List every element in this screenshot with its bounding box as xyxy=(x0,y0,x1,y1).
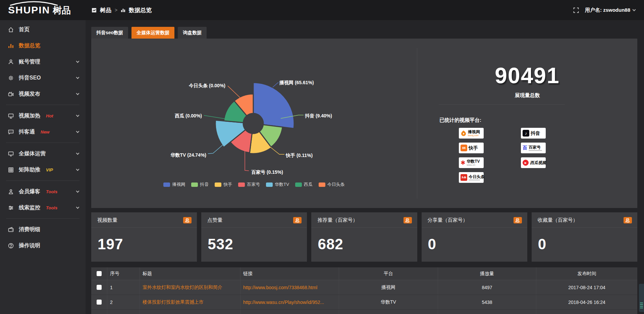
sidebar-item-lead-monitor[interactable]: 线索监控 Tools xyxy=(0,201,86,214)
sidebar-item-video-publish[interactable]: 视频发布 xyxy=(0,87,86,101)
user-menu[interactable]: 用户名: zswodun88 xyxy=(585,7,635,13)
legend-item[interactable]: 华数TV xyxy=(266,181,289,188)
tab-omnimedia-data[interactable]: 全媒体运营数据 xyxy=(131,27,174,39)
pie-label: 百家号 (0.15%) xyxy=(251,169,283,175)
sidebar-item-spend-detail[interactable]: 消费明细 xyxy=(0,223,86,236)
pie-label: 华数TV (24.74%) xyxy=(170,152,206,158)
breadcrumb: 树品 > 数据总览 xyxy=(86,6,152,14)
card-favorites: 收藏量（百家号） 总 0 xyxy=(532,212,637,262)
row-checkbox[interactable] xyxy=(97,285,102,290)
card-video-count: 视频数量 总 197 xyxy=(91,212,197,262)
sidebar-item-douyin-seo[interactable]: 抖音SEO xyxy=(0,71,86,85)
pie-label-line xyxy=(204,115,227,119)
chevron-down-icon xyxy=(76,167,79,171)
pie-label-line xyxy=(228,86,242,100)
pie-label-line xyxy=(245,150,249,171)
legend-item[interactable]: 快手 xyxy=(215,181,232,188)
breadcrumb-separator: > xyxy=(115,7,117,13)
sidebar-item-douketong[interactable]: 抖客通 New xyxy=(0,125,86,139)
card-value: 0 xyxy=(532,228,637,253)
sidebar-item-label: 首页 xyxy=(19,26,30,33)
cell-plays: 5438 xyxy=(438,295,536,309)
cell-index: 2 xyxy=(107,295,140,309)
sidebar-item-label: 抖客通 xyxy=(19,128,35,136)
floating-contact-widget[interactable] xyxy=(639,284,644,312)
platform-name: 西瓜视频 xyxy=(530,161,546,165)
fullscreen-icon[interactable] xyxy=(573,7,579,13)
sidebar-item-label: 矩阵助推 xyxy=(19,166,40,173)
legend-label: 快手 xyxy=(223,181,232,188)
tab-douyin-seo-data[interactable]: 抖音seo数据 xyxy=(91,27,128,39)
legend-swatch xyxy=(319,182,325,187)
row-checkbox[interactable] xyxy=(97,300,102,305)
sidebar-divider xyxy=(6,105,79,105)
card-value: 0 xyxy=(422,228,527,253)
sidebar-item-label: 操作说明 xyxy=(19,242,40,249)
breadcrumb-current[interactable]: 数据总览 xyxy=(129,6,152,14)
platform-name: 播视网 xyxy=(468,130,480,134)
monitor-icon xyxy=(8,151,14,157)
sidebar-item-home[interactable]: 首页 xyxy=(0,23,86,36)
card-title: 视频数量 xyxy=(97,217,117,223)
card-shares: 分享量（百家号） 总 0 xyxy=(422,212,527,262)
chevron-down-icon xyxy=(76,59,79,63)
cell-platform: 华数TV xyxy=(339,295,438,309)
legend-item[interactable]: 百家号 xyxy=(238,181,260,188)
pie-label-line xyxy=(273,83,278,87)
platform-name: 抖音 xyxy=(531,131,540,136)
sidebar-item-member-burst[interactable]: 会员爆客 Tools xyxy=(0,185,86,198)
sidebar-item-label: 抖音SEO xyxy=(19,74,41,82)
data-tabs: 抖音seo数据 全媒体运营数据 询盘数据 xyxy=(86,20,644,39)
legend-label: 播视网 xyxy=(172,181,185,188)
pie-slice[interactable] xyxy=(253,83,294,128)
sidebar-item-video-heat[interactable]: 视频加热 Hot xyxy=(0,109,86,122)
sidebar-item-matrix-boost[interactable]: 矩阵助推 VIP xyxy=(0,163,86,176)
sidebar-item-help[interactable]: 操作说明 xyxy=(0,239,86,252)
sidebar-item-account[interactable]: 账号管理 xyxy=(0,55,86,68)
top-bar: SHUPIN 树品 树品 > 数据总览 用户名: zswodun88 xyxy=(0,0,644,20)
sidebar-item-data-overview[interactable]: 数据总览 xyxy=(0,39,86,52)
platform-name: 快手 xyxy=(469,146,478,150)
cell-title[interactable]: 楼体投影灯投影效果震撼上市 xyxy=(140,295,240,309)
sidebar-divider xyxy=(6,218,79,219)
legend-item[interactable]: 今日头条 xyxy=(319,181,345,188)
legend-item[interactable]: 抖音 xyxy=(191,181,209,188)
gear-icon xyxy=(8,75,14,81)
logo-arc-icon xyxy=(9,1,59,6)
brand-logo: SHUPIN 树品 xyxy=(0,5,86,15)
brand-name-cn: 树品 xyxy=(53,6,71,15)
card-value: 682 xyxy=(311,228,417,253)
table-row-partial xyxy=(91,310,637,314)
legend-item[interactable]: 西瓜 xyxy=(295,181,313,188)
chevron-down-icon xyxy=(76,189,79,193)
vip-tag: VIP xyxy=(46,167,53,172)
cell-link[interactable]: http://www.wasu.cn/Play/show/id/952... xyxy=(240,295,339,309)
platform-sub: boosj.com xyxy=(468,134,480,137)
col-header-publish-time: 发布时间 xyxy=(536,267,637,280)
xigua-logo-icon: ▶ xyxy=(523,160,529,166)
legend-item[interactable]: 播视网 xyxy=(163,181,185,188)
total-badge: 总 xyxy=(293,217,302,223)
select-all-checkbox[interactable] xyxy=(97,271,102,276)
legend-label: 百家号 xyxy=(247,181,260,188)
total-badge: 总 xyxy=(514,217,522,223)
sidebar-item-omnimedia[interactable]: 全媒体运营 xyxy=(0,147,86,160)
platform-badge-boosj: 播视网 boosj.com xyxy=(459,128,484,139)
video-table: 序号 标题 链接 平台 播放量 发布时间 1 室外水纹灯和室内水纹灯的区别和简介… xyxy=(91,267,637,314)
total-badge: 总 xyxy=(404,217,412,223)
cell-title[interactable]: 室外水纹灯和室内水纹灯的区别和简介 xyxy=(140,280,240,295)
pie-chart-svg[interactable]: 播视网 (65.61%)抖音 (9.40%)快手 (0.11%)百家号 (0.1… xyxy=(91,39,417,179)
summary-panel: 90491 展现量总数 已统计的视频平台: 播视网 boosj.com 88 快… xyxy=(417,39,637,208)
col-header-link: 链接 xyxy=(240,267,339,280)
pie-label: 今日头条 (0.00%) xyxy=(189,83,225,88)
col-header-platform: 平台 xyxy=(339,267,438,280)
grid-icon xyxy=(8,167,14,173)
stat-cards: 视频数量 总 197 点赞量 总 532 推荐量（百家号） 总 682 分享量（… xyxy=(91,212,637,262)
legend-swatch xyxy=(295,182,302,187)
cell-link[interactable]: http://www.boosj.com/7338468.html xyxy=(240,280,339,295)
platform-badge-kuaishou: 88 快手 xyxy=(459,143,484,153)
tab-inquiry-data[interactable]: 询盘数据 xyxy=(178,27,207,39)
chevron-down-icon xyxy=(76,75,79,79)
breadcrumb-root[interactable]: 树品 xyxy=(100,6,111,14)
rose-pie-chart[interactable]: 播视网 (65.61%)抖音 (9.40%)快手 (0.11%)百家号 (0.1… xyxy=(91,39,417,208)
